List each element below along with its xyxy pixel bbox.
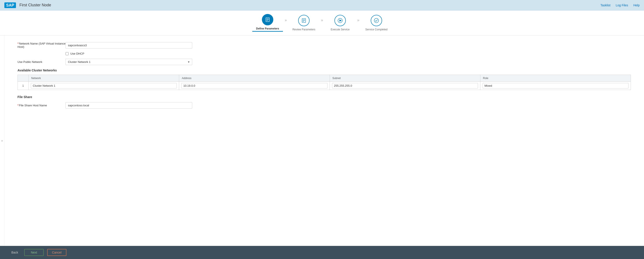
svg-point-10: [374, 18, 378, 23]
step-label-define: Define Parameters: [256, 27, 279, 30]
next-button[interactable]: Next: [24, 249, 44, 256]
step-circle-completed: [371, 15, 382, 26]
use-dhcp-row: Use DHCP: [66, 52, 631, 55]
table-body: 1: [18, 82, 631, 90]
file-share-label: *File Share Host Name: [18, 104, 66, 107]
network-name-input[interactable]: [66, 42, 192, 48]
wizard-steps: Define Parameters » Review Parameters »: [252, 14, 392, 32]
col-network: Network: [28, 75, 179, 82]
wizard-step-completed[interactable]: Service Completed: [361, 15, 392, 31]
footer: Back Next Cancel: [0, 246, 644, 259]
step-underline-define: [252, 31, 283, 32]
required-star-network: *: [18, 42, 18, 45]
app-title: First Cluster Node: [20, 3, 600, 8]
required-star-file-share: *: [18, 104, 18, 107]
table-row: 1: [18, 82, 631, 90]
tasklist-link[interactable]: Tasklist: [600, 4, 610, 7]
row-role-input[interactable]: [482, 83, 628, 88]
check-icon: [374, 18, 379, 23]
table-header-row: Network Address Subnet Role: [18, 75, 631, 82]
file-share-input[interactable]: [66, 102, 192, 108]
use-dhcp-checkbox[interactable]: [66, 52, 68, 55]
network-name-label: *Network Name (SAP Virtual Instance Host…: [18, 42, 66, 48]
arrow-2: »: [321, 18, 323, 28]
list-icon: [265, 17, 270, 22]
play-icon: [337, 18, 343, 23]
step-circle-review: [298, 15, 310, 26]
arrow-1: »: [285, 18, 287, 28]
sap-logo: SAP: [4, 2, 16, 8]
log-files-link[interactable]: Log Files: [616, 4, 628, 7]
help-link[interactable]: Help: [633, 4, 640, 7]
step-label-completed: Service Completed: [365, 28, 387, 31]
file-share-heading: File Share: [18, 95, 631, 99]
network-name-row: *Network Name (SAP Virtual Instance Host…: [18, 42, 631, 48]
cancel-button[interactable]: Cancel: [47, 249, 66, 256]
public-network-select-wrapper: Cluster Network 1 ▼: [66, 59, 192, 65]
wizard-step-execute[interactable]: Execute Service: [325, 15, 356, 31]
sap-logo-text: SAP: [4, 2, 16, 8]
step-circle-execute: [334, 15, 346, 26]
wizard-step-review[interactable]: Review Parameters: [288, 15, 319, 31]
row-num: 1: [18, 82, 28, 90]
step-label-execute: Execute Service: [331, 28, 350, 31]
sidebar-chevron[interactable]: »: [0, 36, 4, 246]
col-num: [18, 75, 28, 82]
review-icon: [301, 18, 307, 23]
file-share-row: *File Share Host Name: [18, 102, 631, 108]
col-subnet: Subnet: [330, 75, 480, 82]
content-wrapper: » *Network Name (SAP Virtual Instance Ho…: [0, 36, 644, 246]
row-network: [28, 82, 179, 90]
wizard-bar: Define Parameters » Review Parameters »: [0, 10, 644, 36]
public-network-select[interactable]: Cluster Network 1: [66, 59, 192, 65]
row-network-input[interactable]: [31, 83, 177, 88]
header-nav: Tasklist Log Files Help: [600, 4, 640, 7]
svg-marker-9: [340, 20, 342, 22]
row-address-input[interactable]: [181, 83, 327, 88]
row-subnet: [330, 82, 480, 90]
table-header: Network Address Subnet Role: [18, 75, 631, 82]
col-address: Address: [179, 75, 330, 82]
use-public-network-row: Use Public Network Cluster Network 1 ▼: [18, 59, 631, 65]
app-header: SAP First Cluster Node Tasklist Log File…: [0, 0, 644, 10]
row-address: [179, 82, 330, 90]
cluster-networks-heading: Available Cluster Networks: [18, 68, 631, 72]
use-public-network-label: Use Public Network: [18, 60, 66, 64]
back-button[interactable]: Back: [9, 250, 21, 256]
arrow-3: »: [357, 18, 359, 28]
step-label-review: Review Parameters: [292, 28, 316, 31]
use-dhcp-label: Use DHCP: [70, 52, 84, 55]
wizard-step-define[interactable]: Define Parameters: [252, 14, 283, 32]
row-subnet-input[interactable]: [332, 83, 478, 88]
step-circle-define: [262, 14, 273, 25]
col-role: Role: [480, 75, 631, 82]
row-role: [480, 82, 631, 90]
cluster-networks-table: Network Address Subnet Role 1: [18, 75, 631, 90]
main-content: *Network Name (SAP Virtual Instance Host…: [4, 36, 644, 246]
